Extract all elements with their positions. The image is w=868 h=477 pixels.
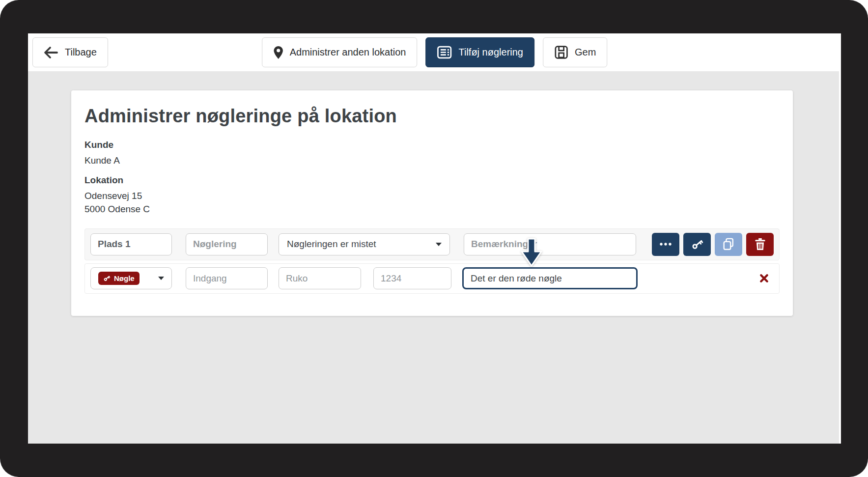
key-type-badge-label: Nøgle <box>114 275 135 282</box>
more-options-button[interactable] <box>652 233 679 256</box>
key-type-dropdown[interactable]: Nøgle <box>90 267 172 289</box>
location-pin-icon <box>273 46 283 59</box>
remove-key-button[interactable] <box>757 272 771 285</box>
keyring-status-select[interactable]: Nøgleringen er mistet <box>279 233 450 255</box>
save-icon <box>554 45 568 59</box>
key-name-input[interactable] <box>186 267 268 289</box>
save-button-label: Gem <box>575 47 596 58</box>
key-system-input[interactable] <box>279 267 361 289</box>
page-title: Administrer nøgleringe på lokation <box>84 105 780 128</box>
location-address-line1: Odensevej 15 <box>84 189 780 202</box>
delete-button[interactable] <box>746 233 774 256</box>
caret-down-icon <box>436 243 442 246</box>
customer-label: Kunde <box>84 140 780 150</box>
key-remarks-input[interactable] <box>462 267 638 289</box>
key-icon <box>691 238 704 251</box>
plads-input[interactable] <box>90 233 172 255</box>
back-button-label: Tilbage <box>65 47 97 58</box>
add-keyring-button[interactable]: Tilføj nøglering <box>425 37 534 67</box>
copy-button[interactable] <box>715 233 742 256</box>
caret-down-icon <box>158 277 164 280</box>
window-frame: Tilbage Administrer anden lokation Tilfø… <box>0 0 868 477</box>
copy-icon <box>722 237 735 251</box>
customer-value: Kunde A <box>84 154 780 167</box>
ellipsis-icon <box>659 242 672 246</box>
add-keyring-label: Tilføj nøglering <box>458 47 523 58</box>
key-row: Nøgle <box>84 263 780 294</box>
add-key-button[interactable] <box>683 233 711 256</box>
manage-other-location-label: Administrer anden lokation <box>290 47 406 58</box>
keyring-status-value: Nøgleringen er mistet <box>287 239 376 250</box>
app-viewport: Tilbage Administrer anden lokation Tilfø… <box>28 33 841 444</box>
back-arrow-icon <box>44 46 58 59</box>
x-icon <box>759 274 769 283</box>
list-icon <box>437 45 452 60</box>
location-address: Odensevej 15 5000 Odense C <box>84 189 780 216</box>
save-button[interactable]: Gem <box>543 37 607 67</box>
back-button[interactable]: Tilbage <box>32 37 108 67</box>
location-label: Lokation <box>84 175 780 186</box>
toolbar-center-group: Administrer anden lokation Tilføj nøgler… <box>262 37 608 67</box>
key-badge-icon <box>103 275 111 282</box>
location-card: Administrer nøgleringe på lokation Kunde… <box>71 90 793 316</box>
top-toolbar: Tilbage Administrer anden lokation Tilfø… <box>28 33 841 71</box>
content-area: Administrer nøgleringe på lokation Kunde… <box>28 71 839 444</box>
keyring-actions <box>652 233 774 256</box>
manage-other-location-button[interactable]: Administrer anden lokation <box>262 37 418 67</box>
keyring-row: Nøgleringen er mistet <box>84 228 780 260</box>
keyring-remarks-input[interactable] <box>464 233 636 255</box>
location-address-line2: 5000 Odense C <box>84 202 780 216</box>
key-number-input[interactable] <box>373 267 451 289</box>
key-type-badge: Nøgle <box>98 272 140 285</box>
trash-icon <box>755 238 766 251</box>
keyring-name-input[interactable] <box>186 233 268 255</box>
